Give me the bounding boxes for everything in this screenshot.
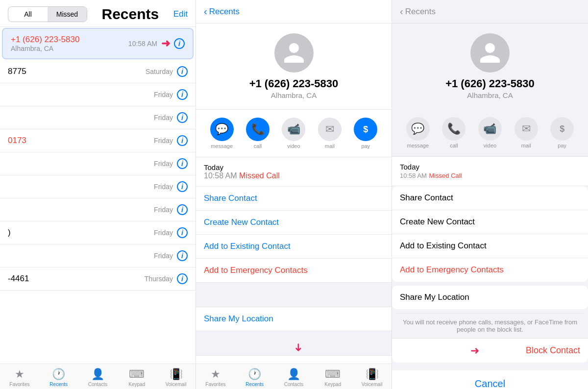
list-item[interactable]: Friday i [0,83,196,106]
info-icon[interactable]: i [174,38,185,49]
recent-item-right: 10:58 AM ➜ i [128,37,185,50]
contact-detail: +1 (626) 223-5830 Alhambra, CA [196,24,392,110]
action-menu: Share Contact Create New Contact Add to … [196,187,392,364]
info-icon[interactable]: i [177,135,188,146]
nav-voicemail[interactable]: 📳 Voicemail [156,368,196,387]
mail-icon: ✉ [514,117,538,141]
right-add-to-emergency-contacts-button[interactable]: Add to Emergency Contacts [392,258,588,282]
block-this-caller-button[interactable]: Block this Caller ➜ [196,356,392,364]
info-icon[interactable]: i [177,181,188,192]
add-to-existing-contact-button[interactable]: Add to Existing Contact [196,235,392,259]
nav-label: Contacts [88,382,107,387]
right-phone-number: +1 (626) 223-5830 [445,77,535,90]
clock-icon: 🕐 [52,368,65,381]
bottom-nav-middle: ★ Favorites 🕐 Recents 👤 Contacts ⌨ Keypa… [196,364,392,389]
nav-voicemail[interactable]: 📳 Voicemail [352,368,392,387]
recent-time: Friday [154,91,173,98]
nav-keypad[interactable]: ⌨ Keypad [117,368,156,387]
info-icon[interactable]: i [177,204,188,215]
recent-item-highlighted[interactable]: +1 (626) 223-5830 Alhambra, CA 10:58 AM … [2,28,194,59]
back-label: Recents [209,7,240,17]
recent-name: -4461 [8,274,29,284]
nav-recents[interactable]: 🕐 Recents [39,368,78,387]
list-item[interactable]: 8775 Saturday i [0,60,196,83]
pay-icon: $ [550,117,574,141]
action-label: pay [361,143,370,149]
cancel-button[interactable]: Cancel [475,378,505,389]
person-icon: 👤 [91,368,104,381]
nav-favorites[interactable]: ★ Favorites [196,368,235,387]
message-button[interactable]: 💬 message [406,117,430,148]
list-item[interactable]: 0173 Friday i [0,129,196,152]
right-create-new-contact-button[interactable]: Create New Contact [392,210,588,234]
block-contact-button[interactable]: Block Contact [526,345,580,356]
nav-label: Favorites [205,382,225,387]
list-item[interactable]: -4461 Thursday i [0,267,196,291]
person-icon: 👤 [287,368,300,381]
nav-contacts[interactable]: 👤 Contacts [78,368,118,387]
nav-label: Recents [49,382,68,387]
nav-favorites[interactable]: ★ Favorites [0,368,39,387]
add-to-emergency-contacts-button[interactable]: Add to Emergency Contacts [196,259,392,283]
share-location-button[interactable]: Share My Location [196,307,392,331]
section-separator-2 [392,309,588,313]
info-icon[interactable]: i [177,250,188,261]
back-button[interactable]: ‹ Recents [204,6,240,17]
info-icon[interactable]: i [177,158,188,169]
recent-time: Friday [154,252,173,260]
mail-button[interactable]: ✉ mail [514,117,538,148]
info-icon[interactable]: i [177,112,188,123]
call-button[interactable]: 📞 call [442,117,466,148]
recent-name: ) [8,228,11,238]
recent-name: +1 (626) 223-5830 [11,35,79,45]
pay-button[interactable]: $ pay [550,117,574,148]
avatar [274,33,314,73]
right-share-location-button[interactable]: Share My Location [392,286,588,309]
video-button[interactable]: 📹 video [478,117,502,148]
share-contact-button[interactable]: Share Contact [196,187,392,211]
info-icon[interactable]: i [177,89,188,100]
cancel-row[interactable]: Cancel [392,366,588,389]
pay-button[interactable]: $ pay [354,118,377,149]
nav-keypad[interactable]: ⌨ Keypad [313,368,352,387]
recents-panel: All Missed Recents Edit +1 (626) 223-583… [0,0,196,389]
action-label: video [287,143,300,149]
list-item[interactable]: Friday i [0,198,196,221]
block-notice-text: You will not receive phone calls, messag… [392,313,588,338]
right-share-contact-button[interactable]: Share Contact [392,186,588,210]
call-log-status: Missed Call [239,171,280,180]
right-share-location-section: Share My Location [392,286,588,309]
call-button[interactable]: 📞 call [246,118,270,149]
info-icon[interactable]: i [177,273,188,284]
star-icon: ★ [211,368,220,381]
list-item[interactable]: Friday i [0,152,196,175]
red-arrow-right-icon: ➜ [470,344,479,357]
segment-control[interactable]: All Missed [8,6,87,22]
action-sheet-panel: ‹ Recents +1 (626) 223-5830 Alhambra, CA… [392,0,588,389]
edit-button[interactable]: Edit [173,9,188,19]
nav-contacts[interactable]: 👤 Contacts [274,368,314,387]
info-icon[interactable]: i [177,227,188,238]
recent-time: Thursday [145,275,173,283]
middle-header: ‹ Recents [196,0,392,24]
info-icon[interactable]: i [177,66,188,77]
list-item[interactable]: ) Friday i [0,221,196,244]
recent-time: Friday [154,183,173,191]
call-icon: 📞 [246,118,270,141]
create-new-contact-button[interactable]: Create New Contact [196,211,392,235]
list-item[interactable]: Friday i [0,175,196,198]
list-item[interactable]: Friday i [0,106,196,129]
nav-label: Recents [245,382,264,387]
right-back-button[interactable]: ‹ Recents [400,6,436,17]
recents-list: +1 (626) 223-5830 Alhambra, CA 10:58 AM … [0,27,196,364]
call-log-time: 10:58 AM [204,171,237,180]
recent-name: 0173 [8,136,26,146]
right-add-to-existing-contact-button[interactable]: Add to Existing Contact [392,234,588,258]
message-button[interactable]: 💬 message [210,118,234,149]
nav-recents[interactable]: 🕐 Recents [235,368,274,387]
segment-all[interactable]: All [8,7,48,22]
mail-button[interactable]: ✉ mail [318,118,342,149]
list-item[interactable]: Friday i [0,244,196,267]
video-button[interactable]: 📹 video [282,118,305,149]
segment-missed[interactable]: Missed [48,7,87,22]
